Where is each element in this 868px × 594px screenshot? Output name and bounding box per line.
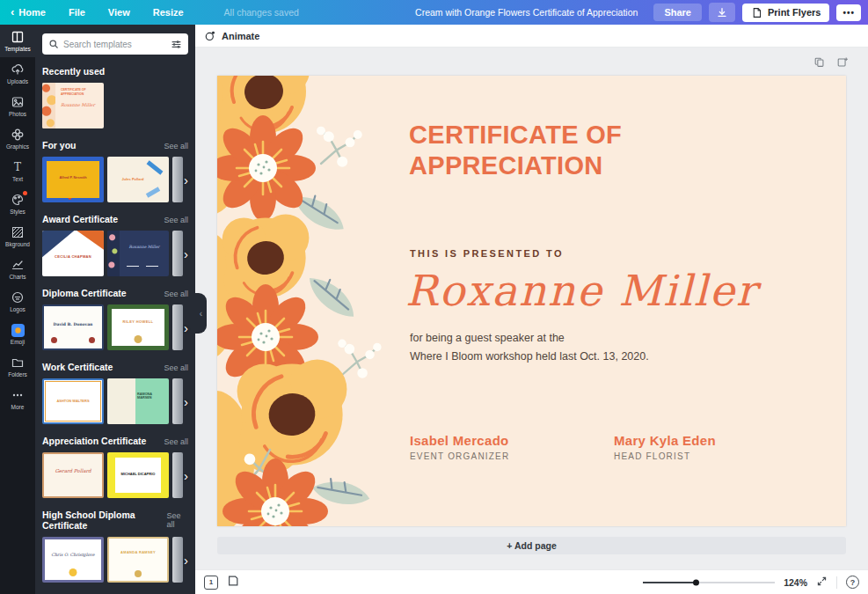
sidebar-item-uploads[interactable]: Uploads [0, 57, 35, 90]
section-high-school-diploma: High School Diploma Certificate See all … [42, 510, 188, 583]
template-thumbnail[interactable]: CECILIA CHAPMAN [42, 231, 104, 276]
section-title: Diploma Certificate [42, 288, 127, 298]
template-thumbnail[interactable]: Jules Pollard [107, 157, 169, 202]
template-thumbnail[interactable]: RILEY HOWELL [107, 304, 169, 350]
thumb-name: AMANDA RAMSEY [109, 550, 167, 554]
share-button[interactable]: Share [653, 4, 702, 21]
thumb-name: Chris O. Christglove [45, 553, 101, 557]
folder-icon [11, 356, 25, 370]
sidebar-item-templates[interactable]: Templates [0, 25, 35, 57]
sidebar-item-charts[interactable]: Charts [0, 253, 35, 285]
signer-name: Mary Kyla Eden [614, 433, 818, 448]
carousel-next-icon[interactable]: › [184, 173, 188, 187]
slider-handle[interactable] [693, 579, 699, 585]
more-options-button[interactable]: ••• [836, 4, 861, 21]
section-recently-used: Recently used CERTIFICATE OF APPRECIATIO… [42, 66, 188, 128]
download-button[interactable] [709, 3, 735, 22]
template-thumbnail[interactable]: RAMONA MARSEN [107, 378, 169, 424]
certificate-page[interactable]: CERTIFICATE OF APPRECIATION THIS IS PRES… [217, 76, 846, 526]
template-thumbnail-partial[interactable] [172, 452, 183, 498]
thumb-title: CERTIFICATE OF APPRECIATION [61, 88, 98, 96]
template-thumbnail-partial[interactable] [172, 378, 183, 424]
zoom-slider[interactable] [643, 576, 775, 589]
template-thumbnail[interactable]: Alfred P. Nesmith [42, 157, 104, 202]
decoration [107, 231, 120, 276]
home-button[interactable]: ‹ Home [11, 7, 46, 18]
charts-icon [11, 258, 25, 272]
template-thumbnail-partial[interactable] [172, 231, 183, 276]
panel-collapse-button[interactable]: ‹ [195, 293, 207, 334]
template-thumbnail[interactable]: Roxanne Miller [107, 231, 169, 276]
sidebar-item-photos[interactable]: Photos [0, 90, 35, 122]
carousel-next-icon[interactable]: › [184, 247, 188, 260]
sidebar-item-graphics[interactable]: Graphics [0, 122, 35, 155]
decoration [127, 266, 139, 268]
thumb-name: David B. Donovan [44, 322, 102, 326]
thumb-name: Gerard Pollard [44, 468, 102, 473]
template-thumbnail[interactable]: Chris O. Christglove [42, 537, 104, 583]
zoom-level[interactable]: 124% [784, 577, 807, 588]
sidebar-item-emoji[interactable]: Emoji [0, 318, 35, 350]
carousel-next-icon[interactable]: › [184, 469, 188, 482]
sidebar-item-background[interactable]: Bkground [0, 220, 35, 253]
sidebar-item-more[interactable]: More [0, 383, 35, 415]
sidebar-item-logos[interactable]: Logos [0, 285, 35, 318]
template-thumbnail[interactable]: AMANDA RAMSEY [107, 537, 169, 583]
template-thumbnail-partial[interactable] [172, 537, 183, 583]
document-title[interactable]: Cream with Orange Flowers Certificate of… [415, 7, 638, 18]
see-all-link[interactable]: See all [164, 142, 188, 150]
carousel-next-icon[interactable]: › [184, 554, 188, 567]
animate-icon [204, 30, 216, 42]
help-button[interactable]: ? [846, 576, 859, 589]
template-thumbnail-partial[interactable] [172, 157, 183, 202]
signature-block-2[interactable]: Mary Kyla Eden HEAD FLORIST [614, 433, 818, 461]
thumb-name: Jules Pollard [107, 177, 169, 181]
add-page-icon-button[interactable] [836, 56, 849, 72]
save-status: All changes saved [224, 7, 299, 18]
template-thumbnail[interactable]: CERTIFICATE OF APPRECIATION Roxanne Mill… [42, 83, 104, 128]
see-all-link[interactable]: See all [164, 437, 188, 446]
fullscreen-icon[interactable] [816, 575, 828, 590]
page-number-indicator[interactable]: 1 [204, 576, 218, 590]
resize-menu[interactable]: Resize [153, 7, 184, 18]
notes-icon[interactable] [227, 575, 239, 590]
background-pattern-icon [11, 225, 25, 239]
see-all-link[interactable]: See all [164, 363, 188, 372]
search-bar[interactable] [42, 33, 188, 55]
templates-panel: Recently used CERTIFICATE OF APPRECIATIO… [35, 25, 195, 594]
logos-icon [11, 290, 25, 304]
seal-decoration [69, 568, 77, 576]
download-icon [716, 6, 728, 18]
animate-button[interactable]: Animate [222, 31, 259, 41]
rail-label: Folders [8, 371, 27, 378]
certificate-body-text[interactable]: for being a guest speaker at the Where I… [410, 329, 649, 365]
template-thumbnail-partial[interactable] [172, 304, 183, 350]
duplicate-page-button[interactable] [813, 56, 826, 72]
editor-body: Templates Uploads Photos Graphics T Text [0, 25, 868, 594]
search-input[interactable] [63, 40, 166, 49]
see-all-link[interactable]: See all [167, 511, 188, 529]
carousel-next-icon[interactable]: › [184, 395, 188, 408]
see-all-link[interactable]: See all [164, 290, 188, 298]
rail-label: Charts [9, 274, 26, 280]
presented-to-label[interactable]: THIS IS PRESENTED TO [410, 248, 564, 259]
sidebar-item-text[interactable]: T Text [0, 155, 35, 187]
filter-icon[interactable] [171, 39, 182, 50]
signature-block-1[interactable]: Isabel Mercado EVENT ORGANIZER [410, 433, 614, 461]
view-menu[interactable]: View [108, 7, 130, 18]
file-menu[interactable]: File [69, 7, 85, 18]
sidebar-item-folders[interactable]: Folders [0, 350, 35, 383]
print-flyers-button[interactable]: Print Flyers [742, 4, 830, 22]
template-thumbnail[interactable]: MICHAEL DICAPRIO [107, 452, 169, 498]
certificate-title[interactable]: CERTIFICATE OF APPRECIATION [409, 120, 704, 182]
template-thumbnail[interactable]: ASHTON WALTERS [42, 378, 104, 424]
template-thumbnail[interactable]: David B. Donovan [42, 304, 104, 350]
template-thumbnail[interactable]: Gerard Pollard [42, 452, 104, 498]
rail-label: Photos [9, 111, 26, 117]
add-page-button[interactable]: + Add page [217, 537, 846, 554]
carousel-next-icon[interactable]: › [184, 321, 188, 334]
sidebar-item-styles[interactable]: Styles [0, 187, 35, 220]
recipient-name[interactable]: Roxanne Miller [405, 266, 758, 315]
section-title: Work Certificate [42, 362, 113, 372]
see-all-link[interactable]: See all [164, 216, 188, 224]
